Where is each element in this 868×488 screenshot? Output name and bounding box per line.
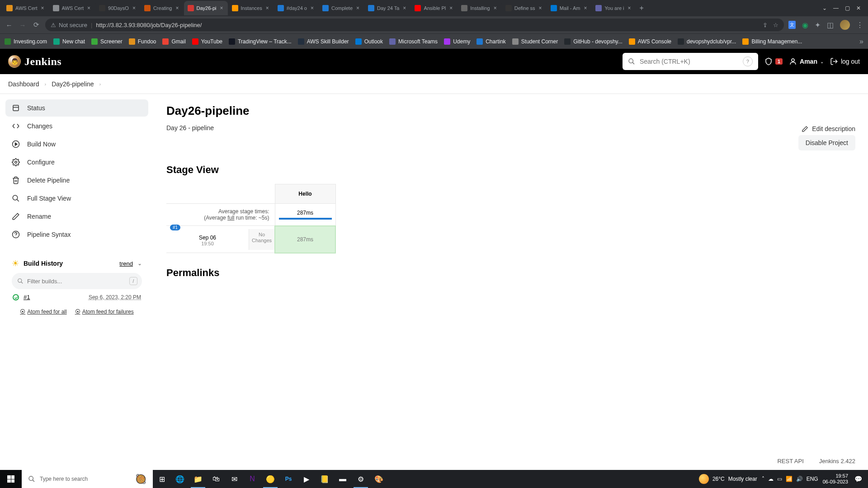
tab-close-icon[interactable]: × — [40, 5, 45, 11]
sublime-icon[interactable]: ▶ — [297, 470, 316, 488]
rest-api-link[interactable]: REST API — [777, 458, 803, 465]
tab-close-icon[interactable]: × — [583, 5, 588, 11]
browser-tab[interactable]: #day24 o × — [274, 1, 318, 15]
tab-close-icon[interactable]: × — [175, 5, 179, 11]
sidebar-item-play[interactable]: Build Now — [5, 136, 148, 153]
notifications-icon[interactable]: 💬 — [853, 475, 863, 483]
browser-tab[interactable]: AWS Cert × — [3, 1, 49, 15]
breadcrumb-job[interactable]: Day26-pipeline — [52, 80, 94, 88]
bookmark-item[interactable]: Screener — [91, 38, 123, 45]
browser-tab[interactable]: Day26-pi × — [184, 1, 228, 15]
stage-run-cell[interactable]: 287ms — [275, 226, 335, 253]
sidebar-item-status[interactable]: Status — [5, 99, 148, 117]
url-box[interactable]: ⚠ Not secure | http://3.82.3.93:8080/job… — [45, 19, 784, 31]
build-row[interactable]: #1 Sep 6, 2023, 2:20 PM — [5, 289, 148, 305]
sidebar-item-search[interactable]: Full Stage View — [5, 190, 148, 207]
tab-close-icon[interactable]: × — [310, 5, 315, 11]
bookmark-item[interactable]: Microsoft Teams — [389, 38, 438, 45]
edge-icon[interactable]: 🌐 — [171, 470, 189, 488]
terminal-icon[interactable]: ▬ — [334, 470, 352, 488]
security-indicator[interactable]: ⚠ Not secure — [51, 22, 87, 28]
browser-tab[interactable]: AWS Cert × — [49, 1, 95, 15]
wifi-icon[interactable]: 📶 — [786, 476, 793, 482]
translate-icon[interactable]: 文 — [788, 21, 796, 29]
battery-icon[interactable]: ▭ — [777, 476, 782, 482]
extension-icon[interactable]: ◉ — [802, 21, 808, 29]
alerts-button[interactable]: 1 — [764, 57, 783, 66]
logout-button[interactable]: log out — [830, 57, 860, 66]
user-menu[interactable]: Aman ⌄ — [789, 57, 824, 66]
store-icon[interactable]: 🛍 — [207, 470, 225, 488]
build-number-link[interactable]: #1 — [24, 294, 30, 300]
paint-icon[interactable]: 🎨 — [370, 470, 388, 488]
volume-icon[interactable]: 🔊 — [796, 476, 803, 482]
bookmark-item[interactable]: AWS Skill Builder — [298, 38, 349, 45]
run-label-cell[interactable]: #1 Sep 06 19:50 — [166, 229, 249, 250]
browser-tab[interactable]: Mail - Am × — [547, 1, 592, 15]
browser-tab[interactable]: You are i × — [592, 1, 635, 15]
weather-widget[interactable]: 26°C Mostly clear — [699, 474, 757, 484]
bookmark-star-icon[interactable]: ☆ — [773, 22, 778, 28]
bookmark-item[interactable]: Billing Managemen... — [742, 38, 802, 45]
bookmark-item[interactable]: New chat — [53, 38, 85, 45]
window-maximize-icon[interactable]: ▢ — [845, 5, 850, 11]
breadcrumb-dashboard[interactable]: Dashboard — [8, 80, 39, 88]
bookmark-item[interactable]: devopshydclub/vpr... — [678, 38, 736, 45]
sidebar-item-trash[interactable]: Delete Pipeline — [5, 172, 148, 189]
onenote-icon[interactable]: N — [243, 470, 261, 488]
settings-icon[interactable]: ⚙ — [352, 470, 370, 488]
search-help-icon[interactable]: ? — [743, 56, 753, 66]
build-date-link[interactable]: Sep 6, 2023, 2:20 PM — [89, 294, 141, 300]
tab-close-icon[interactable]: × — [265, 5, 270, 11]
taskbar-clock[interactable]: 19:57 06-09-2023 — [823, 473, 848, 485]
language-indicator[interactable]: ENG — [807, 476, 818, 482]
share-icon[interactable]: ⇪ — [763, 22, 768, 28]
new-tab-button[interactable]: + — [636, 4, 647, 12]
bookmark-item[interactable]: TradingView – Track... — [229, 38, 292, 45]
disable-project-button[interactable]: Disable Project — [798, 135, 855, 150]
build-filter[interactable]: / — [12, 273, 142, 289]
jenkins-logo[interactable]: 👨 Jenkins — [8, 55, 61, 68]
bookmark-item[interactable]: Investing.com — [5, 38, 47, 45]
browser-tab[interactable]: Instances × — [228, 1, 274, 15]
browser-tab[interactable]: 90DaysO × — [95, 1, 140, 15]
window-close-icon[interactable]: ✕ — [856, 5, 861, 11]
task-view-icon[interactable]: ⊞ — [153, 470, 171, 488]
chevron-down-icon[interactable]: ⌄ — [137, 260, 142, 267]
extensions-puzzle-icon[interactable]: ✦ — [815, 21, 821, 29]
taskbar-search[interactable]: Type here to search 🥘 — [22, 470, 153, 488]
tab-close-icon[interactable]: × — [448, 5, 453, 11]
window-minimize-icon[interactable]: — — [833, 5, 839, 11]
sidebar-item-changes[interactable]: Changes — [5, 117, 148, 135]
bookmark-item[interactable]: Outlook — [355, 38, 383, 45]
sidebar-item-help[interactable]: Pipeline Syntax — [5, 226, 148, 243]
bookmark-item[interactable]: Udemy — [444, 38, 470, 45]
bookmark-item[interactable]: Gmail — [162, 38, 185, 45]
browser-tab[interactable]: Installing × — [458, 1, 501, 15]
atom-feed-failures-link[interactable]: ⦿ Atom feed for failures — [75, 309, 134, 315]
start-button[interactable] — [0, 470, 22, 488]
build-filter-input[interactable] — [27, 278, 137, 285]
browser-tab[interactable]: Day 24 Ta × — [364, 1, 410, 15]
window-dropdown-icon[interactable]: ⌄ — [822, 5, 827, 11]
forward-button[interactable]: → — [18, 21, 27, 29]
edit-description-button[interactable]: Edit description — [802, 125, 855, 132]
search-box[interactable]: ? — [623, 53, 758, 70]
bookmark-item[interactable]: GitHub - devopshy... — [564, 38, 623, 45]
bookmark-item[interactable]: YouTube — [192, 38, 222, 45]
tab-close-icon[interactable]: × — [538, 5, 543, 11]
browser-tab[interactable]: Define ss × — [502, 1, 547, 15]
atom-feed-all-link[interactable]: ⦿ Atom feed for all — [20, 309, 66, 315]
tab-close-icon[interactable]: × — [402, 5, 407, 11]
tab-close-icon[interactable]: × — [132, 5, 137, 11]
bookmark-item[interactable]: Fundoo — [129, 38, 156, 45]
file-explorer-icon[interactable]: 📁 — [189, 470, 207, 488]
sticky-notes-icon[interactable]: 📒 — [316, 470, 334, 488]
browser-tab[interactable]: Ansible Pl × — [411, 1, 457, 15]
bookmark-item[interactable]: AWS Console — [629, 38, 671, 45]
mail-icon[interactable]: ✉ — [225, 470, 243, 488]
browser-tab[interactable]: Creating × — [141, 1, 184, 15]
back-button[interactable]: ← — [5, 21, 14, 29]
side-panel-icon[interactable]: ◫ — [827, 21, 834, 29]
bookmark-item[interactable]: Student Corner — [512, 38, 558, 45]
